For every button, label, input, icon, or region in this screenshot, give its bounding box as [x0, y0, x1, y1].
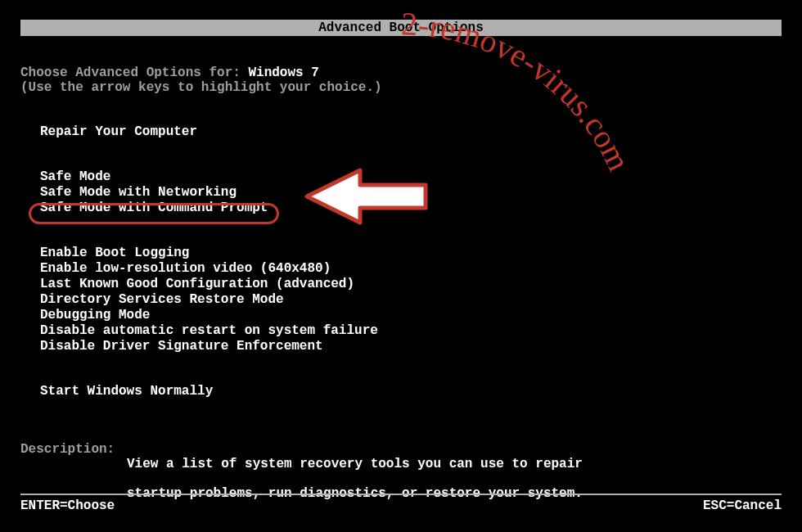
intro-hint: (Use the arrow keys to highlight your ch… — [20, 80, 782, 95]
intro-prefix: Choose Advanced Options for: — [20, 65, 248, 80]
menu-item-disable-driver-sig[interactable]: Disable Driver Signature Enforcement — [40, 339, 323, 354]
menu-item-low-res-video[interactable]: Enable low-resolution video (640x480) — [40, 261, 331, 277]
menu-item-last-known-good[interactable]: Last Known Good Configuration (advanced) — [40, 277, 354, 292]
menu-group-safe-modes: Safe Mode Safe Mode with Networking Safe… — [20, 169, 782, 216]
menu-group-other: Enable Boot Logging Enable low-resolutio… — [20, 246, 782, 354]
menu-item-disable-auto-restart[interactable]: Disable automatic restart on system fail… — [40, 323, 378, 339]
menu-group-repair: Repair Your Computer — [20, 124, 782, 140]
menu-item-safe-mode-networking[interactable]: Safe Mode with Networking — [40, 185, 237, 201]
menu-item-start-normally[interactable]: Start Windows Normally — [40, 384, 213, 399]
footer-divider — [20, 494, 782, 495]
menu-item-safe-mode-command-prompt[interactable]: Safe Mode with Command Prompt — [40, 201, 268, 216]
menu-item-repair-computer[interactable]: Repair Your Computer — [40, 124, 197, 140]
footer-esc-hint: ESC=Cancel — [703, 498, 782, 513]
menu-item-boot-logging[interactable]: Enable Boot Logging — [40, 246, 189, 261]
menu-group-normal: Start Windows Normally — [20, 384, 782, 399]
footer: ENTER=Choose ESC=Cancel — [20, 494, 782, 513]
footer-enter-hint: ENTER=Choose — [20, 498, 115, 513]
os-name: Windows 7 — [248, 65, 318, 80]
intro-block: Choose Advanced Options for: Windows 7 (… — [20, 65, 782, 95]
header-bar: Advanced Boot Options — [20, 20, 782, 36]
menu-item-debugging-mode[interactable]: Debugging Mode — [40, 308, 150, 323]
header-title: Advanced Boot Options — [318, 20, 484, 35]
menu-item-directory-services[interactable]: Directory Services Restore Mode — [40, 292, 284, 308]
menu-item-safe-mode[interactable]: Safe Mode — [40, 169, 110, 185]
